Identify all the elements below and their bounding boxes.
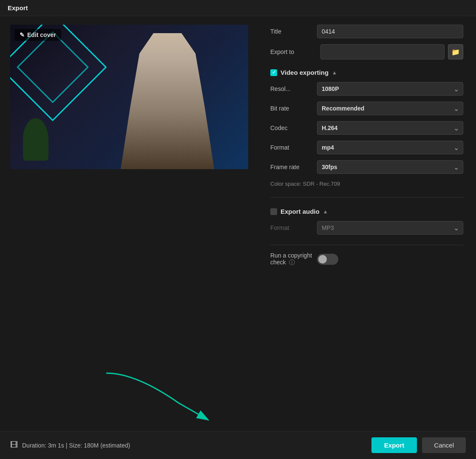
bitrate-label: Bit rate xyxy=(270,105,317,112)
format-select-wrapper: mp4 mov avi xyxy=(317,141,463,154)
resolution-label: Resol... xyxy=(270,85,317,92)
copyright-info-icon: ⓘ xyxy=(289,259,295,266)
copyright-divider xyxy=(270,245,463,245)
export-audio-arrow[interactable]: ▲ xyxy=(323,209,328,215)
video-exporting-header: Video exporting ▲ xyxy=(270,69,463,76)
resolution-select[interactable]: 1080P 720P 4K xyxy=(317,82,463,96)
copyright-toggle[interactable] xyxy=(317,254,338,265)
audio-format-row: Format MP3 AAC WAV xyxy=(270,221,463,235)
thumbnail-wrapper: ✎ Edit cover xyxy=(10,25,248,169)
export-to-input[interactable] xyxy=(320,44,445,60)
bitrate-select[interactable]: Recommended Low High xyxy=(317,102,463,115)
resolution-row: Resol... 1080P 720P 4K xyxy=(270,82,463,96)
person-silhouette xyxy=(121,33,214,169)
folder-icon: 📁 xyxy=(451,48,460,56)
codec-label: Codec xyxy=(270,125,317,131)
duration-info: 🎞 Duration: 3m 1s | Size: 180M (estimate… xyxy=(10,441,130,450)
resolution-select-wrapper: 1080P 720P 4K xyxy=(317,82,463,96)
film-icon: 🎞 xyxy=(10,441,18,450)
export-audio-header: Export audio ▲ xyxy=(270,208,463,215)
toggle-knob xyxy=(318,255,327,264)
export-to-label: Export to xyxy=(270,48,317,55)
title-bar: Export xyxy=(0,0,476,16)
framerate-label: Frame rate xyxy=(270,164,317,170)
main-content: ✎ Edit cover Title Export to 📁 Video exp… xyxy=(0,16,476,431)
folder-button[interactable]: 📁 xyxy=(448,44,463,60)
video-exporting-label: Video exporting xyxy=(280,69,329,76)
thumbnail-image xyxy=(10,25,248,169)
window-title: Export xyxy=(8,4,28,11)
section-divider xyxy=(270,197,463,198)
framerate-select[interactable]: 30fps 24fps 60fps xyxy=(317,160,463,174)
audio-format-label: Format xyxy=(270,224,317,231)
audio-format-select-wrapper: MP3 AAC WAV xyxy=(317,221,463,235)
action-buttons: Export Cancel xyxy=(371,437,466,453)
background-plant xyxy=(23,118,48,161)
codec-select[interactable]: H.264 H.265 xyxy=(317,121,463,135)
title-input[interactable] xyxy=(317,25,463,38)
codec-row: Codec H.264 H.265 xyxy=(270,121,463,135)
export-button[interactable]: Export xyxy=(371,437,417,453)
pencil-icon: ✎ xyxy=(20,31,25,38)
settings-panel: Title Export to 📁 Video exporting ▲ Reso… xyxy=(270,25,466,422)
bitrate-select-wrapper: Recommended Low High xyxy=(317,102,463,115)
framerate-select-wrapper: 30fps 24fps 60fps xyxy=(317,160,463,174)
export-audio-label: Export audio xyxy=(280,208,320,215)
bitrate-row: Bit rate Recommended Low High xyxy=(270,102,463,115)
copyright-label: Run a copyright check ⓘ xyxy=(270,252,317,266)
video-exporting-arrow[interactable]: ▲ xyxy=(332,70,337,76)
title-label: Title xyxy=(270,28,317,35)
format-select[interactable]: mp4 mov avi xyxy=(317,141,463,154)
edit-cover-button[interactable]: ✎ Edit cover xyxy=(14,29,61,41)
cancel-button[interactable]: Cancel xyxy=(422,437,466,453)
color-space-text: Color space: SDR - Rec.709 xyxy=(270,181,463,187)
framerate-row: Frame rate 30fps 24fps 60fps xyxy=(270,160,463,174)
format-label: Format xyxy=(270,144,317,151)
codec-select-wrapper: H.264 H.265 xyxy=(317,121,463,135)
format-row: Format mp4 mov avi xyxy=(270,141,463,154)
export-audio-checkbox[interactable] xyxy=(270,208,277,215)
thumbnail-area: ✎ Edit cover xyxy=(10,25,257,422)
export-to-row: Export to 📁 xyxy=(270,44,463,60)
edit-cover-label: Edit cover xyxy=(27,31,56,38)
duration-text: Duration: 3m 1s | Size: 180M (estimated) xyxy=(22,442,130,449)
video-exporting-checkbox[interactable] xyxy=(270,69,277,76)
audio-format-select[interactable]: MP3 AAC WAV xyxy=(317,221,463,235)
title-row: Title xyxy=(270,25,463,38)
copyright-row: Run a copyright check ⓘ xyxy=(270,252,463,266)
bottom-bar: 🎞 Duration: 3m 1s | Size: 180M (estimate… xyxy=(0,431,476,459)
